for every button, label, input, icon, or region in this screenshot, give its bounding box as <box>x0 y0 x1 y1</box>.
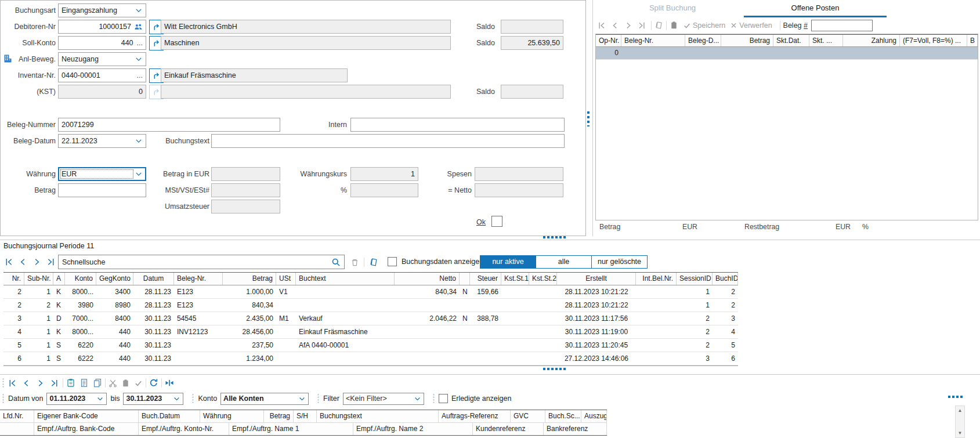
vertical-scrollbar[interactable]: ▲ ▼ <box>955 406 965 438</box>
intern-input[interactable] <box>350 118 565 132</box>
nav-prev-icon[interactable] <box>22 379 31 388</box>
waehrung-combobox[interactable]: EUR <box>58 167 146 181</box>
op-column-header[interactable]: Skt.Dat. <box>773 35 809 46</box>
buchungsdaten-checkbox[interactable] <box>388 257 397 266</box>
journal-column-header[interactable]: Netto <box>395 273 460 285</box>
chevron-down-icon[interactable] <box>135 55 143 64</box>
nav-next-icon[interactable] <box>32 258 41 266</box>
journal-column-header[interactable]: Kst.St.2 <box>529 273 557 285</box>
table-row[interactable]: 51S622044030.11.23237,50AfA 0440-0000130… <box>3 339 738 352</box>
toolbar-gripper[interactable] <box>191 393 194 404</box>
anlbeweg-combobox[interactable]: Neuzugang <box>58 52 146 66</box>
table-row[interactable]: 0 <box>596 47 978 60</box>
bank-column-header[interactable]: Bankreferenz <box>544 423 607 435</box>
belegnummer-input[interactable]: 20071299 <box>58 118 280 132</box>
bank-column-header[interactable]: Empf./Auftrg. Name 1 <box>229 423 353 435</box>
erledigte-checkbox[interactable] <box>439 394 448 403</box>
refresh-icon[interactable] <box>149 378 158 388</box>
ok-checkbox[interactable] <box>491 216 502 227</box>
buchungsart-combobox[interactable]: Eingangszahlung <box>58 3 146 17</box>
journal-column-header[interactable]: Betrag <box>223 273 276 285</box>
op-column-header[interactable]: Skt. ... <box>809 35 843 46</box>
chevron-down-icon[interactable] <box>414 394 421 403</box>
journal-column-header[interactable]: BuchID <box>713 273 738 285</box>
bank-column-header[interactable] <box>0 423 34 435</box>
bank-column-header[interactable]: S/H <box>294 410 317 422</box>
bank-column-header[interactable]: Lfd.Nr. <box>0 410 34 422</box>
horizontal-splitter-handle[interactable] <box>543 368 566 370</box>
journal-column-header[interactable]: Buchtext <box>296 273 395 285</box>
tab-split-buchung[interactable]: Split Buchung <box>601 0 744 17</box>
chevron-down-icon[interactable] <box>173 394 180 403</box>
bank-column-header[interactable]: Betrag <box>264 410 294 422</box>
op-column-header[interactable]: Zahlung <box>843 35 900 46</box>
horizontal-splitter-handle[interactable] <box>948 396 964 398</box>
nav-last-icon[interactable] <box>46 258 55 266</box>
op-column-header[interactable]: B <box>967 35 978 46</box>
browse-dots-icon[interactable]: ... <box>137 39 143 47</box>
browse-dots-icon[interactable]: ... <box>137 71 143 79</box>
journal-column-header[interactable]: GegKonto <box>96 273 133 285</box>
nav-first-icon[interactable] <box>8 379 17 388</box>
datum-von-combobox[interactable]: 01.11.2023 <box>46 393 107 405</box>
buchungstext-input[interactable] <box>211 134 565 148</box>
chevron-down-icon[interactable] <box>135 170 143 179</box>
bank-column-header[interactable]: Empf./Auftrg. Konto-Nr. <box>139 423 229 435</box>
bank-column-header[interactable]: Buchungstext <box>317 410 439 422</box>
horizontal-splitter-handle[interactable] <box>543 236 566 238</box>
copy-icon[interactable] <box>93 378 102 388</box>
journal-column-header[interactable]: Datum <box>133 273 174 285</box>
scroll-up-icon[interactable]: ▲ <box>956 406 964 415</box>
sollkonto-input[interactable]: 440 ... <box>58 36 146 50</box>
op-column-header[interactable]: (F7=Voll, F8=%) ... <box>900 35 967 46</box>
chevron-down-icon[interactable] <box>298 394 306 403</box>
toolbar-gripper[interactable] <box>2 393 5 404</box>
table-row[interactable]: 31D7000...840030.11.23545452.435,00M1Ver… <box>3 312 738 325</box>
op-column-header[interactable]: Beleg-Nr. <box>621 35 685 46</box>
bank-column-header[interactable]: Währung <box>200 410 264 422</box>
filter-button-nur-aktive[interactable]: nur aktive <box>480 255 536 269</box>
journal-column-header[interactable]: Int.Bel.Nr. <box>636 273 677 285</box>
bis-combobox[interactable]: 30.11.2023 <box>123 393 183 405</box>
bank-column-header[interactable]: Empf./Auftrg. Name 2 <box>353 423 473 435</box>
tab-offene-posten[interactable]: Offene Posten <box>744 0 887 17</box>
bank-column-header[interactable]: Buch.Datum <box>139 410 200 422</box>
journal-column-header[interactable]: Steuer <box>470 273 501 285</box>
book-icon[interactable] <box>369 258 378 267</box>
journal-column-header[interactable]: Konto <box>65 273 96 285</box>
filter-button-nur-geloeschte[interactable]: nur gelöschte <box>591 255 648 269</box>
chevron-down-icon[interactable] <box>135 137 143 146</box>
bank-column-header[interactable]: Auftrags-Referenz <box>439 410 511 422</box>
bank-column-header[interactable]: GVC <box>511 410 545 422</box>
inventar-input[interactable]: 0440-00001 ... <box>58 68 146 82</box>
bank-column-header[interactable]: Kundenreferenz <box>473 423 544 435</box>
op-column-header[interactable]: Op-Nr. <box>596 35 621 46</box>
compress-icon[interactable] <box>165 378 174 388</box>
nav-prev-icon[interactable] <box>19 258 27 266</box>
clipboard-icon[interactable] <box>66 378 75 388</box>
beleg-number-input[interactable] <box>811 20 873 31</box>
journal-column-header[interactable] <box>460 273 470 285</box>
search-icon[interactable] <box>331 258 341 267</box>
document-icon[interactable] <box>79 378 89 388</box>
filter-combobox[interactable]: <Kein Filter> <box>343 393 424 405</box>
journal-column-header[interactable]: Beleg-Nr. <box>174 273 223 285</box>
betrag-input[interactable] <box>58 183 146 197</box>
nav-first-icon[interactable] <box>5 258 13 266</box>
toolbar-gripper[interactable] <box>317 393 320 404</box>
chevron-down-icon[interactable] <box>96 394 104 403</box>
vertical-splitter-handle[interactable] <box>587 111 590 126</box>
quick-search-input[interactable]: Schnellsuche <box>58 255 345 269</box>
nav-next-icon[interactable] <box>36 379 45 388</box>
filter-button-alle[interactable]: alle <box>536 255 592 269</box>
journal-column-header[interactable]: Nr. <box>3 273 24 285</box>
belegdatum-combobox[interactable]: 22.11.2023 <box>58 134 146 148</box>
konto-combobox[interactable]: Alle Konten <box>220 393 309 405</box>
op-column-header[interactable]: Beleg-D... <box>685 35 721 46</box>
journal-column-header[interactable]: SessionID <box>677 273 713 285</box>
table-row[interactable]: 22K3980898028.11.23E123840,3428.11.2023 … <box>3 299 738 312</box>
op-column-header[interactable]: Betrag <box>721 35 773 46</box>
bank-column-header[interactable]: Buch.Sc... <box>545 410 581 422</box>
table-row[interactable]: 41K8000...44030.11.23INV1212328.456,00Ei… <box>3 325 738 339</box>
bank-column-header[interactable]: Empf./Auftrg. Bank-Code <box>34 423 139 435</box>
